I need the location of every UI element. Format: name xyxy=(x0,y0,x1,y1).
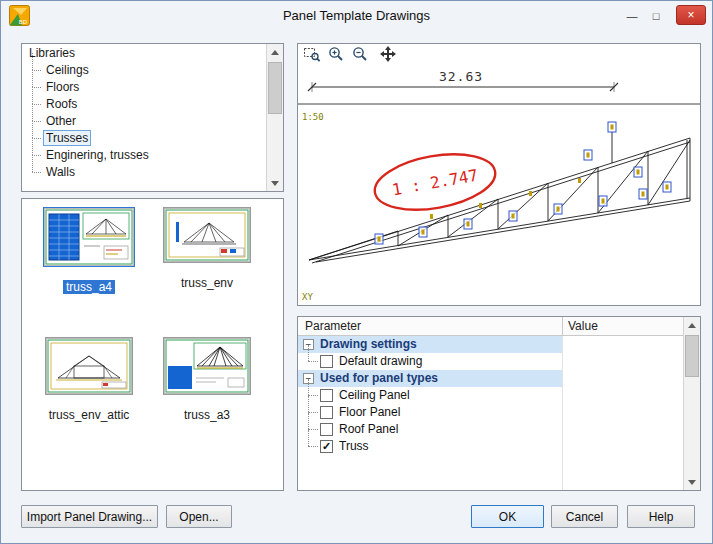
scroll-up-button[interactable] xyxy=(684,317,700,333)
scroll-up-button[interactable] xyxy=(267,44,283,60)
thumbnail-label: truss_env xyxy=(178,276,236,290)
preview-toolbar xyxy=(298,44,700,64)
param-row-floor-panel: Floor Panel xyxy=(298,404,683,421)
param-label: Ceiling Panel xyxy=(339,387,410,404)
tree-item-floors[interactable]: Floors xyxy=(22,79,266,96)
close-button[interactable]: × xyxy=(676,5,706,25)
dialog-window: BD Panel Template Drawings — □ × Librari… xyxy=(0,0,713,544)
param-row-truss: ✓ Truss xyxy=(298,438,683,455)
tree-item-other[interactable]: Other xyxy=(22,113,266,130)
thumbnail-image xyxy=(163,207,251,263)
scroll-down-button[interactable] xyxy=(684,474,700,490)
parameters-header: Parameter Value xyxy=(298,317,683,336)
param-row-default-drawing: Default drawing xyxy=(298,353,683,370)
checkbox-floor-panel[interactable] xyxy=(320,406,333,419)
svg-text:1 : 2.747: 1 : 2.747 xyxy=(391,166,480,200)
zoom-in-icon xyxy=(327,45,345,63)
checkbox-default-drawing[interactable] xyxy=(320,355,333,368)
scroll-down-button[interactable] xyxy=(267,175,283,191)
libraries-panel: Libraries Ceilings Floors Roofs Other Tr… xyxy=(21,43,284,192)
group-label: Used for panel types xyxy=(320,370,438,387)
group-label: Drawing settings xyxy=(320,336,417,353)
param-label: Default drawing xyxy=(339,353,422,370)
libraries-scrollbar-thumb[interactable] xyxy=(268,62,282,114)
minimize-button[interactable]: — xyxy=(622,8,642,24)
checkbox-truss[interactable]: ✓ xyxy=(320,440,333,453)
pan-button[interactable] xyxy=(377,45,399,63)
libraries-tree: Libraries Ceilings Floors Roofs Other Tr… xyxy=(22,45,266,191)
param-row-roof-panel: Roof Panel xyxy=(298,421,683,438)
scroll-up-icon xyxy=(688,323,696,328)
zoom-in-button[interactable] xyxy=(325,45,347,63)
scale-label: 1:50 xyxy=(302,112,324,122)
thumbnail-truss_env[interactable]: truss_env xyxy=(152,207,262,290)
thumbnail-image xyxy=(45,337,133,395)
parameters-panel: Parameter Value − Drawing settings Defau… xyxy=(297,316,701,491)
tree-item-enginering-trusses[interactable]: Enginering, trusses xyxy=(22,147,266,164)
param-group-drawing-settings[interactable]: − Drawing settings xyxy=(298,336,683,353)
column-value: Value xyxy=(568,319,598,333)
scroll-down-icon xyxy=(688,480,696,485)
thumbnail-truss_env_attic[interactable]: truss_env_attic xyxy=(34,337,144,422)
zoom-out-button[interactable] xyxy=(349,45,371,63)
maximize-button[interactable]: □ xyxy=(646,8,666,24)
window-title: Panel Template Drawings xyxy=(1,8,712,23)
tree-item-roofs[interactable]: Roofs xyxy=(22,96,266,113)
scroll-up-icon xyxy=(271,50,279,55)
thumbnail-label: truss_a4 xyxy=(63,280,115,294)
dimension-text: 32.63 xyxy=(439,69,483,84)
zoom-window-icon xyxy=(303,45,321,63)
tree-root-libraries[interactable]: Libraries xyxy=(22,45,266,62)
tree-item-ceilings[interactable]: Ceilings xyxy=(22,62,266,79)
param-label: Truss xyxy=(339,438,369,455)
drawing-canvas[interactable]: 32.63 1:50 xyxy=(298,64,700,305)
open-button[interactable]: Open... xyxy=(166,505,232,528)
column-parameter: Parameter xyxy=(305,319,361,333)
checkbox-ceiling-panel[interactable] xyxy=(320,389,333,402)
param-label: Roof Panel xyxy=(339,421,398,438)
scroll-down-icon xyxy=(271,181,279,186)
parameters-scrollbar-thumb[interactable] xyxy=(685,335,699,377)
cancel-button[interactable]: Cancel xyxy=(551,505,618,528)
zoom-window-button[interactable] xyxy=(301,45,323,63)
libraries-scrollbar[interactable] xyxy=(266,44,283,191)
param-group-used-for-panel-types[interactable]: − Used for panel types xyxy=(298,370,683,387)
titlebar: BD Panel Template Drawings — □ × xyxy=(1,1,712,31)
drawing-preview-panel: 32.63 1:50 xyxy=(297,43,701,306)
thumbnail-image xyxy=(43,207,135,267)
tree-item-walls[interactable]: Walls xyxy=(22,164,266,181)
parameters-scrollbar[interactable] xyxy=(683,317,700,490)
import-panel-drawing-button[interactable]: Import Panel Drawing... xyxy=(21,505,158,528)
template-thumbnails-panel: truss_a4 truss_env xyxy=(21,198,284,491)
pan-icon xyxy=(379,45,397,63)
tree-item-trusses[interactable]: Trusses xyxy=(22,130,266,147)
zoom-out-icon xyxy=(351,45,369,63)
checkbox-roof-panel[interactable] xyxy=(320,423,333,436)
thumbnail-truss_a4[interactable]: truss_a4 xyxy=(34,207,144,294)
thumbnail-label: truss_a3 xyxy=(181,408,233,422)
thumbnail-image xyxy=(163,337,251,395)
param-row-ceiling-panel: Ceiling Panel xyxy=(298,387,683,404)
thumbnail-truss_a3[interactable]: truss_a3 xyxy=(152,337,262,422)
axis-label: XY xyxy=(302,292,313,302)
help-button[interactable]: Help xyxy=(627,505,695,528)
ok-button[interactable]: OK xyxy=(471,505,544,528)
thumbnail-label: truss_env_attic xyxy=(46,408,133,422)
param-label: Floor Panel xyxy=(339,404,400,421)
